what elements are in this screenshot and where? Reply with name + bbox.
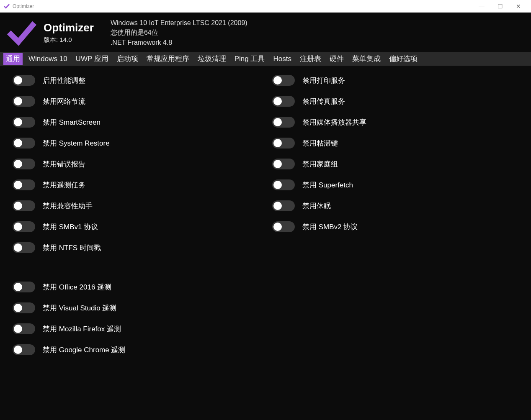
app-body: Optimizer 版本: 14.0 Windows 10 IoT Enterp…: [0, 13, 531, 420]
toggle-knob: [273, 223, 282, 231]
toggle-smbv2[interactable]: [272, 221, 295, 232]
toggle-performance[interactable]: [13, 75, 35, 86]
toggle-superfetch[interactable]: [272, 179, 295, 190]
toggle-ntfs-timestamp[interactable]: [13, 242, 35, 253]
toggle-smartscreen[interactable]: [13, 117, 35, 128]
option-label: 禁用家庭组: [302, 159, 338, 169]
option-row: 禁用传真服务: [272, 96, 507, 107]
option-label: 禁用休眠: [302, 201, 331, 211]
option-row: 禁用家庭组: [272, 159, 507, 169]
toggle-knob: [14, 139, 22, 147]
app-icon: [3, 3, 10, 10]
app-name: Optimizer: [44, 21, 94, 34]
toggle-knob: [14, 97, 22, 105]
tab-integrator[interactable]: 菜单集成: [350, 53, 383, 65]
option-row: 禁用 Superfetch: [272, 179, 507, 190]
option-label: 禁用遥测任务: [43, 180, 85, 190]
tab-registry[interactable]: 注册表: [297, 53, 324, 65]
option-row: 禁用 Google Chrome 遥测: [13, 344, 247, 355]
toggle-knob: [14, 283, 22, 291]
option-label: 禁用 Visual Studio 遥测: [43, 303, 116, 313]
spacer: [13, 263, 247, 271]
option-row: 禁用 Visual Studio 遥测: [13, 302, 247, 313]
tab-hardware[interactable]: 硬件: [327, 53, 346, 65]
toggle-office-telemetry[interactable]: [13, 282, 35, 292]
toggle-knob: [14, 118, 22, 126]
toggle-homegroup[interactable]: [272, 159, 295, 169]
toggle-knob: [273, 160, 282, 168]
option-row: 禁用粘滞键: [272, 138, 507, 149]
tab-hosts[interactable]: Hosts: [271, 54, 294, 64]
toggle-compat-assistant[interactable]: [13, 200, 35, 211]
toggle-knob: [14, 325, 22, 333]
toggle-knob: [14, 223, 22, 231]
option-label: 禁用错误报告: [43, 159, 85, 169]
toggle-knob: [273, 97, 282, 105]
option-row: 禁用 Office 2016 遥测: [13, 282, 247, 292]
toggle-fax-service[interactable]: [272, 96, 295, 107]
header: Optimizer 版本: 14.0 Windows 10 IoT Enterp…: [0, 13, 531, 52]
tab-uwp[interactable]: UWP 应用: [73, 53, 111, 65]
option-row: 禁用兼容性助手: [13, 200, 247, 211]
toggle-knob: [14, 160, 22, 168]
option-row: 禁用媒体播放器共享: [272, 117, 507, 128]
toggle-chrome-telemetry[interactable]: [13, 344, 35, 355]
options-column-left: 启用性能调整 禁用网络节流 禁用 SmartScreen 禁用 System R…: [13, 75, 247, 355]
tab-windows10[interactable]: Windows 10: [26, 54, 70, 64]
toggle-knob: [273, 202, 282, 210]
toggle-knob: [273, 76, 282, 85]
toggle-telemetry-tasks[interactable]: [13, 179, 35, 190]
option-label: 禁用 SMBv1 协议: [43, 222, 98, 232]
toggle-hibernation[interactable]: [272, 200, 295, 211]
toggle-error-reporting[interactable]: [13, 159, 35, 169]
toggle-firefox-telemetry[interactable]: [13, 323, 35, 334]
option-row: 禁用 SMBv1 协议: [13, 221, 247, 232]
option-row: 禁用错误报告: [13, 159, 247, 169]
close-button[interactable]: ✕: [514, 3, 523, 10]
option-label: 禁用 NTFS 时间戳: [43, 243, 101, 253]
option-label: 禁用传真服务: [302, 97, 345, 106]
option-row: 禁用 SMBv2 协议: [272, 221, 507, 232]
window-title: Optimizer: [13, 3, 477, 9]
tab-cleaner[interactable]: 垃圾清理: [195, 53, 229, 65]
toggle-knob: [14, 304, 22, 312]
toggle-system-restore[interactable]: [13, 138, 35, 149]
arch-line: 您使用的是64位: [111, 28, 247, 37]
toggle-knob: [14, 76, 22, 85]
option-label: 禁用网络节流: [43, 97, 85, 106]
option-label: 禁用 Office 2016 遥测: [43, 282, 111, 292]
option-row: 禁用 NTFS 时间戳: [13, 242, 247, 253]
toggle-knob: [14, 243, 22, 252]
option-row: 禁用打印服务: [272, 75, 507, 86]
option-row: 禁用休眠: [272, 200, 507, 211]
minimize-button[interactable]: —: [477, 3, 486, 10]
toggle-print-service[interactable]: [272, 75, 295, 86]
toggle-smbv1[interactable]: [13, 221, 35, 232]
toggle-knob: [273, 181, 282, 189]
option-label: 禁用 Google Chrome 遥测: [43, 345, 125, 355]
tab-options[interactable]: 偏好选项: [387, 53, 420, 65]
toggle-network-throttling[interactable]: [13, 96, 35, 107]
option-label: 禁用打印服务: [302, 76, 345, 85]
toggle-knob: [273, 139, 282, 147]
tab-apps[interactable]: 常规应用程序: [144, 53, 192, 65]
option-label: 禁用 Mozilla Firefox 遥测: [43, 324, 121, 334]
option-row: 禁用网络节流: [13, 96, 247, 107]
tab-general[interactable]: 通用: [3, 53, 23, 65]
option-label: 禁用粘滞键: [302, 138, 338, 148]
tab-ping[interactable]: Ping 工具: [232, 53, 268, 65]
checkmark-icon: [7, 18, 37, 48]
toggle-media-sharing[interactable]: [272, 117, 295, 128]
toggle-knob: [273, 118, 282, 126]
option-row: 禁用 Mozilla Firefox 遥测: [13, 323, 247, 334]
option-row: 禁用 SmartScreen: [13, 117, 247, 128]
os-line: Windows 10 IoT Enterprise LTSC 2021 (200…: [111, 19, 247, 27]
option-row: 禁用 System Restore: [13, 138, 247, 149]
option-label: 禁用兼容性助手: [43, 201, 93, 211]
tabs-bar: 通用 Windows 10 UWP 应用 启动项 常规应用程序 垃圾清理 Pin…: [0, 52, 531, 66]
toggle-sticky-keys[interactable]: [272, 138, 295, 149]
maximize-button[interactable]: ☐: [496, 3, 504, 10]
option-label: 启用性能调整: [43, 76, 85, 85]
toggle-vs-telemetry[interactable]: [13, 302, 35, 313]
tab-startup[interactable]: 启动项: [114, 53, 141, 65]
